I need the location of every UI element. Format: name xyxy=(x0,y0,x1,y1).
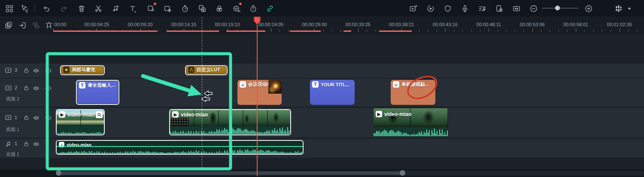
render-preview-icon[interactable] xyxy=(425,3,436,14)
chroma-key-icon[interactable] xyxy=(163,3,173,14)
speed-ramp-icon[interactable] xyxy=(180,3,190,14)
beat-detect-icon[interactable] xyxy=(110,3,121,14)
audio-track-icon xyxy=(4,140,13,148)
scrollbar-right-handle[interactable] xyxy=(400,170,405,176)
snapshot-icon[interactable] xyxy=(408,3,419,14)
ruler-timestamp: 00:00:33:25 xyxy=(346,22,371,27)
scrollbar-left-handle[interactable] xyxy=(56,170,61,176)
track-visibility-icon[interactable] xyxy=(44,66,52,75)
duration-icon[interactable] xyxy=(248,3,258,14)
track-lock-icon[interactable] xyxy=(22,140,31,148)
ruler-tick xyxy=(559,30,559,32)
track-visibility-icon[interactable] xyxy=(44,84,52,92)
ruler-tick xyxy=(593,30,594,32)
clip-label: video-miao xyxy=(181,112,208,118)
track-manager-icon[interactable] xyxy=(614,3,624,14)
play-badge-icon: ▶ xyxy=(59,111,65,118)
color-match-icon[interactable] xyxy=(214,3,225,14)
lut-badge-icon: ∴ xyxy=(188,67,194,73)
clip-text[interactable]: T 请全选输入... xyxy=(76,80,119,105)
select-tool-icon[interactable] xyxy=(19,3,29,14)
track-mute-icon[interactable] xyxy=(32,66,40,75)
track-visibility-icon[interactable] xyxy=(44,113,52,122)
ruler-timestamp: 00:00:48:11 xyxy=(477,22,501,27)
sticker-badge-icon: ☺ xyxy=(240,81,246,88)
clip-effect-lut[interactable]: ∴ 自定义LUT xyxy=(185,65,228,75)
ruler-tick xyxy=(611,30,611,32)
ruler-tick xyxy=(332,30,332,32)
ruler-timestamp: 00:00:04:25 xyxy=(84,22,109,27)
ruler-tick xyxy=(358,28,358,32)
auto-caption-icon[interactable]: A xyxy=(197,3,207,14)
device-preview-icon[interactable] xyxy=(494,3,504,14)
ruler-tick xyxy=(375,30,376,32)
svg-text:AI: AI xyxy=(238,10,240,12)
rendered-range-indicator xyxy=(167,31,219,32)
scrollbar-thumb[interactable] xyxy=(57,171,404,175)
ruler-tick xyxy=(323,30,324,32)
ruler-tick xyxy=(437,30,437,32)
undo-icon[interactable] xyxy=(41,3,52,14)
link-clips-icon[interactable] xyxy=(265,3,275,14)
delete-icon[interactable] xyxy=(76,3,87,14)
ruler-tick xyxy=(628,30,629,32)
clip-audio[interactable]: ♪ video-miao xyxy=(56,140,304,155)
split-icon[interactable] xyxy=(93,3,103,14)
zoom-in-icon[interactable] xyxy=(583,3,594,14)
track-mute-icon[interactable] xyxy=(32,84,40,92)
ruler-tick xyxy=(158,30,158,32)
ruler-tick xyxy=(340,30,341,32)
zoom-out-icon[interactable] xyxy=(529,3,539,14)
clip-sticker-game[interactable]: ☺ 单机游戏贴... xyxy=(391,80,435,105)
zoom-slider-track[interactable] xyxy=(542,8,579,9)
ruler-tick xyxy=(279,30,280,32)
ruler-tick xyxy=(445,28,446,32)
redo-icon[interactable] xyxy=(59,3,69,14)
clip-effect-mosaic[interactable]: ★ 局部马赛克 xyxy=(60,65,105,75)
clip-video-3[interactable]: ▶ video-miao xyxy=(374,108,448,137)
zoom-slider-knob[interactable] xyxy=(555,6,560,10)
ruler-timestamp: 00:00:19:10 xyxy=(215,22,240,27)
timeline-ruler[interactable]: :00:0000:00:04:2500:00:09:2000:00:14:150… xyxy=(49,16,644,34)
clip-video-1[interactable]: ▶ video-miao xyxy=(56,109,105,135)
audio-mixer-icon[interactable] xyxy=(477,3,487,14)
volume-line[interactable] xyxy=(57,146,303,147)
track-lock-icon[interactable] xyxy=(22,113,31,122)
mark-icon[interactable] xyxy=(443,3,453,14)
sticker-thumbnail xyxy=(268,80,282,94)
track-manager-caret-icon[interactable] xyxy=(624,3,635,14)
track-mute-icon[interactable] xyxy=(32,113,40,122)
fit-to-timeline-icon[interactable] xyxy=(511,3,522,14)
audio-waveform xyxy=(170,127,290,134)
track-lock-icon[interactable] xyxy=(22,84,31,92)
clip-video-2[interactable]: ▶ video-miao ◂▸ xyxy=(169,109,291,135)
app-grid-icon[interactable] xyxy=(4,3,15,14)
ai-audio-notification-dot xyxy=(239,3,242,5)
ruler-tick xyxy=(576,28,576,32)
voiceover-icon[interactable] xyxy=(460,3,470,14)
video-track-icon xyxy=(4,113,13,122)
text-badge-icon: T xyxy=(312,81,319,88)
add-text-icon[interactable] xyxy=(128,3,138,14)
track-header-audio-1: 1 音频 1 xyxy=(0,139,56,158)
video-editor-timeline-window: A AI xyxy=(0,0,644,177)
play-badge-icon: ▶ xyxy=(172,111,179,118)
smart-search-badge-icon[interactable] xyxy=(96,111,103,118)
insert-clip-icon[interactable] xyxy=(17,20,27,31)
ruler-tick xyxy=(471,30,472,32)
track-number: 1 xyxy=(15,141,17,146)
compound-clip-icon[interactable] xyxy=(31,20,41,31)
track-lock-icon[interactable] xyxy=(22,66,31,75)
ruler-tick xyxy=(541,30,541,32)
clip-label: video-miao xyxy=(384,111,411,117)
ruler-tick xyxy=(462,30,463,32)
ruler-timestamp: :00:00 xyxy=(53,22,67,27)
text-badge-icon: T xyxy=(79,82,85,88)
track-mute-icon[interactable] xyxy=(32,140,40,148)
clip-title[interactable]: T YOUR TITL... xyxy=(310,80,355,105)
waveform-band xyxy=(170,126,290,134)
toolbar-divider xyxy=(34,4,35,12)
add-to-track-icon[interactable] xyxy=(3,20,14,31)
ruler-timestamp: 00:00:38:21 xyxy=(389,22,414,27)
clip-sticker-meeting[interactable]: ☺ 会议活动相 xyxy=(237,80,282,105)
